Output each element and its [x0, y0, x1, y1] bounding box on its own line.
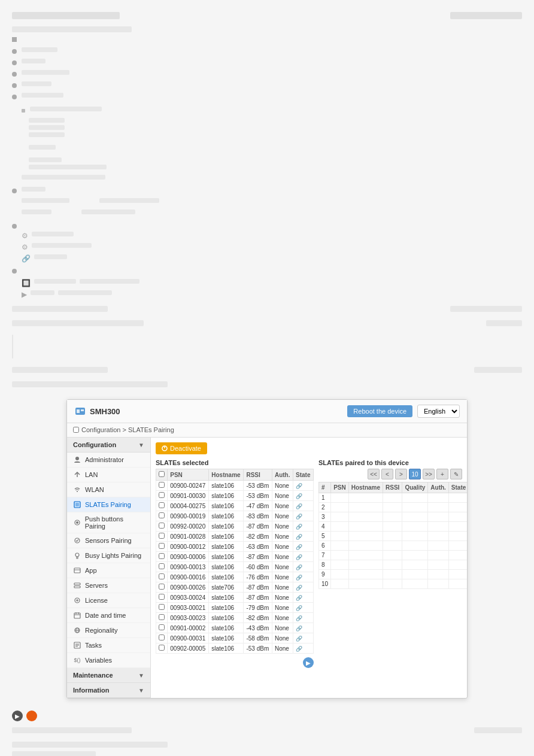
license-label: License — [85, 597, 108, 604]
sidebar-item-busy-lights[interactable]: Busy Lights Pairing — [67, 548, 150, 563]
language-select[interactable]: English — [417, 405, 460, 418]
paired-row-auth — [428, 579, 449, 589]
row-checkbox[interactable] — [159, 584, 165, 590]
row-checkbox[interactable] — [159, 563, 165, 569]
slates-selected-row[interactable]: 00903-00023 slate106 -82 dBm None 🔗 — [156, 613, 314, 623]
information-section-header[interactable]: Information ▼ — [67, 683, 150, 698]
slates-selected-row[interactable]: 00900-00013 slate106 -60 dBm None 🔗 — [156, 562, 314, 572]
last-page-btn[interactable]: >> — [423, 469, 435, 479]
row-checkbox-cell[interactable] — [156, 562, 168, 572]
add-paired-btn[interactable]: + — [436, 469, 448, 479]
row-checkbox[interactable] — [159, 492, 165, 498]
prev-page-btn[interactable]: < — [381, 469, 393, 479]
row-checkbox-cell[interactable] — [156, 603, 168, 613]
row-checkbox[interactable] — [159, 482, 165, 488]
maintenance-section-header[interactable]: Maintenance ▼ — [67, 668, 150, 683]
slates-selected-row[interactable]: 00901-00028 slate106 -82 dBm None 🔗 — [156, 532, 314, 542]
slates-selected-row[interactable]: 00900-00031 slate106 -58 dBm None 🔗 — [156, 633, 314, 643]
paired-row-rssi — [383, 503, 402, 512]
slates-selected-row[interactable]: 00004-00275 slate106 -47 dBm None 🔗 — [156, 501, 314, 511]
slates-selected-row[interactable]: 00902-00005 slate106 -53 dBm None 🔗 — [156, 643, 314, 654]
row-checkbox[interactable] — [159, 512, 165, 518]
svg-point-3 — [75, 457, 79, 460]
row-checkbox-cell[interactable] — [156, 633, 168, 643]
row-checkbox-cell[interactable] — [156, 542, 168, 552]
row-state: 🔗 — [293, 532, 314, 542]
sidebar-item-wlan[interactable]: WLAN — [67, 482, 150, 497]
select-all-slates[interactable] — [159, 471, 165, 477]
row-checkbox[interactable] — [159, 543, 165, 549]
row-checkbox-cell[interactable] — [156, 593, 168, 603]
row-checkbox-cell[interactable] — [156, 572, 168, 582]
sidebar-item-sensors[interactable]: Sensors Pairing — [67, 533, 150, 548]
row-checkbox[interactable] — [159, 573, 165, 579]
slates-selected-row[interactable]: 00903-00024 slate106 -87 dBm None 🔗 — [156, 593, 314, 603]
transfer-to-paired-button[interactable]: ▶ — [303, 657, 314, 668]
row-checkbox-cell[interactable] — [156, 501, 168, 511]
row-checkbox[interactable] — [159, 614, 165, 620]
sidebar-item-regionality[interactable]: Regionality — [67, 623, 150, 638]
row-checkbox[interactable] — [159, 624, 165, 630]
row-checkbox[interactable] — [159, 634, 165, 640]
sensors-label: Sensors Pairing — [85, 537, 132, 544]
slates-selected-row[interactable]: 00900-00006 slate106 -87 dBm None 🔗 — [156, 552, 314, 562]
row-checkbox-cell[interactable] — [156, 532, 168, 542]
slates-selected-row[interactable]: 00992-00020 slate106 -87 dBm None 🔗 — [156, 521, 314, 532]
slates-selected-row[interactable]: 00900-00012 slate106 -63 dBm None 🔗 — [156, 542, 314, 552]
row-psn: 00903-00021 — [168, 603, 209, 613]
edit-paired-btn[interactable]: ✎ — [450, 469, 462, 479]
sidebar-item-app[interactable]: App — [67, 563, 150, 578]
paired-row-auth — [428, 560, 449, 570]
next-page-btn[interactable]: > — [395, 469, 407, 479]
sidebar-item-lan[interactable]: LAN — [67, 467, 150, 482]
sidebar-item-servers[interactable]: Servers — [67, 578, 150, 593]
slates-selected-row[interactable]: 00900-00247 slate106 -53 dBm None 🔗 — [156, 481, 314, 491]
config-section-header[interactable]: Configuration ▼ — [67, 438, 150, 453]
row-checkbox[interactable] — [159, 645, 165, 651]
row-checkbox-cell[interactable] — [156, 491, 168, 501]
sidebar-item-push-buttons[interactable]: Push buttons Pairing — [67, 512, 150, 533]
row-checkbox-cell[interactable] — [156, 623, 168, 633]
slates-selected-row[interactable]: 00900-00019 slate106 -83 dBm None 🔗 — [156, 511, 314, 521]
push-buttons-label: Push buttons Pairing — [85, 515, 144, 530]
sidebar-item-variables[interactable]: $() Variables — [67, 653, 150, 668]
row-checkbox[interactable] — [159, 553, 165, 559]
app-icon — [73, 566, 81, 575]
row-checkbox-cell[interactable] — [156, 521, 168, 532]
prev-page-circle[interactable]: ▶ — [12, 711, 23, 721]
row-checkbox[interactable] — [159, 604, 165, 610]
slates-selected-row[interactable]: 00903-00021 slate106 -79 dBm None 🔗 — [156, 603, 314, 613]
page-size-btn[interactable]: 10 — [409, 469, 421, 479]
sidebar-item-license[interactable]: License — [67, 593, 150, 608]
row-checkbox[interactable] — [159, 523, 165, 529]
sidebar-item-tasks[interactable]: Tasks — [67, 638, 150, 653]
slates-selected-row[interactable]: 00901-00002 slate106 -43 dBm None 🔗 — [156, 623, 314, 633]
slates-selected-row[interactable]: 00901-00030 slate106 -53 dBm None 🔗 — [156, 491, 314, 501]
row-checkbox-cell[interactable] — [156, 643, 168, 654]
select-all-checkbox[interactable] — [73, 427, 79, 433]
slates-selected-row[interactable]: 00900-00026 slate706 -87 dBm None 🔗 — [156, 582, 314, 593]
row-checkbox-cell[interactable] — [156, 511, 168, 521]
paired-row-quality — [402, 560, 428, 570]
row-checkbox[interactable] — [159, 594, 165, 600]
sidebar-item-administrator[interactable]: Administrator — [67, 453, 150, 467]
paired-row-state — [448, 532, 467, 541]
paired-row-psn — [331, 522, 349, 532]
sidebar-item-slates-pairing[interactable]: SLATEs Pairing — [67, 497, 150, 512]
row-checkbox-cell[interactable] — [156, 552, 168, 562]
row-checkbox-cell[interactable] — [156, 481, 168, 491]
row-checkbox[interactable] — [159, 502, 165, 508]
sidebar-item-date-time[interactable]: Date and time — [67, 608, 150, 623]
slates-selected-row[interactable]: 00900-00016 slate106 -76 dBm None 🔗 — [156, 572, 314, 582]
first-page-btn[interactable]: << — [368, 469, 380, 479]
row-rssi: -87 dBm — [244, 593, 272, 603]
deactivate-button[interactable]: Deactivate — [156, 442, 207, 454]
paired-row-psn — [331, 512, 349, 522]
row-checkbox-cell[interactable] — [156, 582, 168, 593]
row-checkbox-cell[interactable] — [156, 613, 168, 623]
row-checkbox[interactable] — [159, 533, 165, 539]
row-state: 🔗 — [293, 633, 314, 643]
row-hostname: slate106 — [209, 623, 244, 633]
reboot-button[interactable]: Reboot the device — [347, 405, 412, 417]
paired-row-psn — [331, 560, 349, 570]
